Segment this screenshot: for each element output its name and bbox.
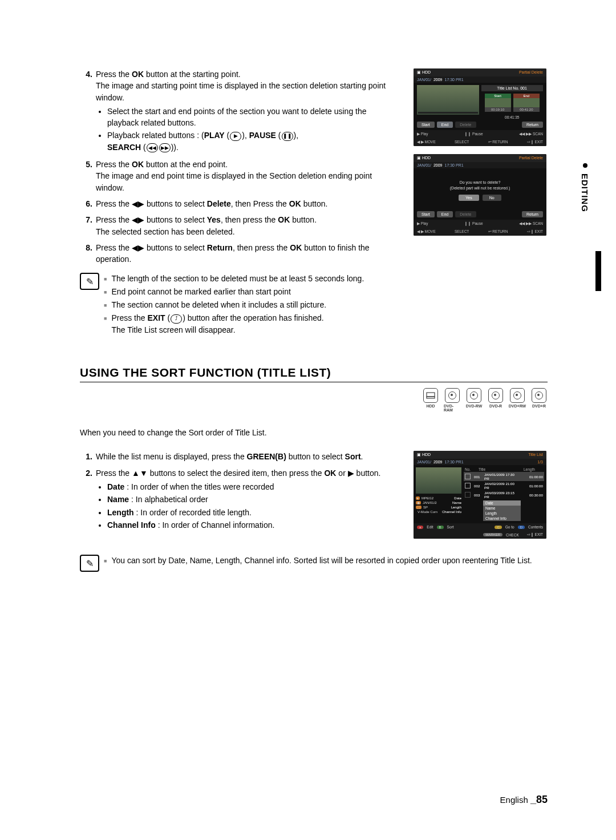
play-icon: ▶ (230, 132, 241, 141)
side-dot-icon (583, 163, 587, 168)
dvd-ram-icon: DVD-RAM (444, 388, 461, 412)
pause-icon: ❚❚ (282, 132, 293, 141)
note-block-a: ✎ The length of the section to be delete… (80, 272, 400, 337)
dvd-r-icon: DVD-R (487, 388, 504, 412)
note-icon: ✎ (80, 273, 99, 290)
side-thumb-tab (595, 251, 601, 291)
sort-length-item: Length : In order of recorded title leng… (107, 507, 400, 518)
sort-intro: When you need to change the Sort order o… (80, 428, 548, 437)
svg-rect-1 (427, 397, 435, 398)
dvd-plus-rw-icon: DVD+RW (509, 388, 526, 412)
search-ff-icon: ▶▶ (159, 143, 171, 152)
step-6: 6. Press the ◀▶ buttons to select Delete… (80, 198, 400, 209)
page-content: 4. Press the OK button at the starting p… (80, 68, 548, 572)
sort-dropdown: Date Name Length Channel Info (483, 500, 521, 521)
note-block-b: ✎ You can sort by Date, Name, Length, Ch… (80, 554, 548, 572)
step-4: 4. Press the OK button at the starting p… (80, 68, 400, 154)
disc-icons-row: HDD DVD-RAM DVD-RW DVD-R DVD+RW DVD+R (80, 388, 548, 412)
sort-step-2: 2. Press the ▲▼ buttons to select the de… (80, 467, 400, 532)
note-a4: Press the EXIT (⤴) button after the oper… (104, 312, 400, 336)
sort-channel-item: Channel Info : In order of Channel infor… (107, 519, 400, 531)
note-a1: The length of the section to be deleted … (104, 273, 400, 285)
page-footer: English _85 (500, 794, 548, 806)
step-4-bullet-1: Select the start and end points of the s… (107, 106, 400, 129)
hdd-icon: HDD (422, 388, 439, 412)
step-8: 8. Press the ◀▶ buttons to select Return… (80, 242, 400, 265)
search-rew-icon: ◀◀ (147, 143, 158, 152)
side-tab-editing: EDITING (580, 173, 590, 212)
note-icon: ✎ (80, 555, 99, 572)
dvd-plus-r-icon: DVD+R (530, 388, 548, 412)
sort-step-1: 1. While the list menu is displayed, pre… (80, 451, 400, 462)
osd-title-list-sort: ▣ HDDTitle List JAN/01/2009 17:30 PR11/3… (414, 451, 546, 539)
heading-sort-function: USING THE SORT FUNCTION (TITLE LIST) (80, 366, 548, 382)
step-4-bullet-2: Playback related buttons : (PLAY (▶), PA… (107, 130, 400, 153)
step-5: 5. Press the OK button at the end point.… (80, 159, 400, 193)
svg-rect-0 (427, 393, 435, 397)
exit-icon: ⤴ (171, 314, 182, 324)
step-7: 7. Press the ◀▶ buttons to select Yes, t… (80, 214, 400, 237)
note-a3: The section cannot be deleted when it in… (104, 299, 400, 311)
sort-date-item: Date : In order of when the titles were … (107, 481, 400, 492)
note-a2: End point cannot be marked earlier than … (104, 286, 400, 298)
osd-delete-confirm: ▣ HDDPartial Delete JAN/01/2009 17:30 PR… (414, 154, 546, 236)
dvd-rw-icon: DVD-RW (465, 388, 483, 412)
note-b1: You can sort by Date, Name, Length, Chan… (104, 555, 548, 567)
osd-partial-delete-times: ▣ HDDPartial Delete JAN/01/2009 17:30 PR… (414, 68, 546, 146)
sort-name-item: Name : In alphabetical order (107, 494, 400, 505)
